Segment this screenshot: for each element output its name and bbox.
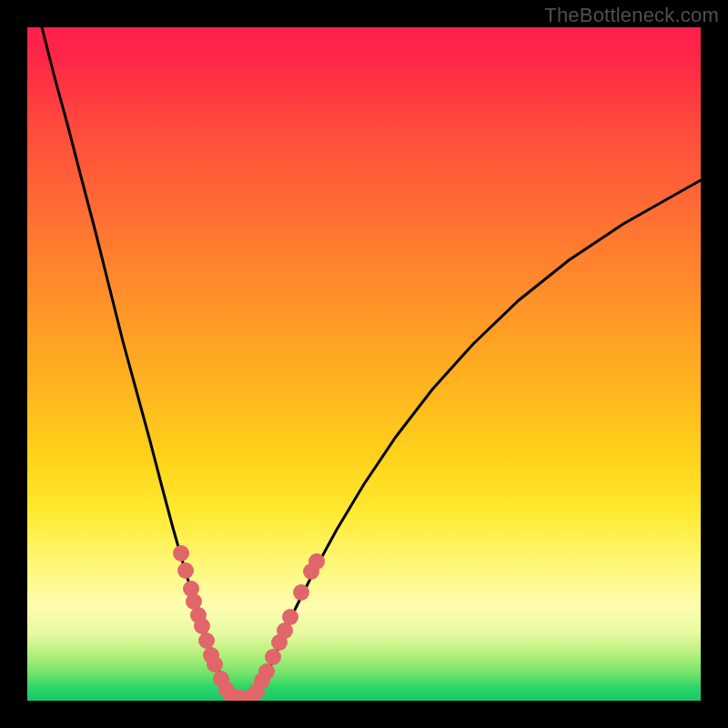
curve-marker bbox=[194, 618, 210, 634]
curve-marker bbox=[293, 584, 309, 601]
curve-marker bbox=[177, 562, 194, 579]
bottleneck-curve bbox=[42, 27, 701, 699]
curve-markers bbox=[173, 545, 325, 701]
curve-marker bbox=[198, 632, 215, 649]
curve-marker bbox=[258, 663, 275, 680]
curve-marker bbox=[173, 545, 189, 561]
watermark-text: TheBottleneck.com bbox=[544, 4, 719, 27]
plot-frame bbox=[27, 27, 701, 701]
bottleneck-curve-plot bbox=[27, 27, 701, 701]
curve-marker bbox=[207, 656, 223, 672]
curve-marker bbox=[265, 649, 281, 665]
curve-marker bbox=[282, 609, 298, 625]
curve-marker bbox=[308, 553, 325, 570]
